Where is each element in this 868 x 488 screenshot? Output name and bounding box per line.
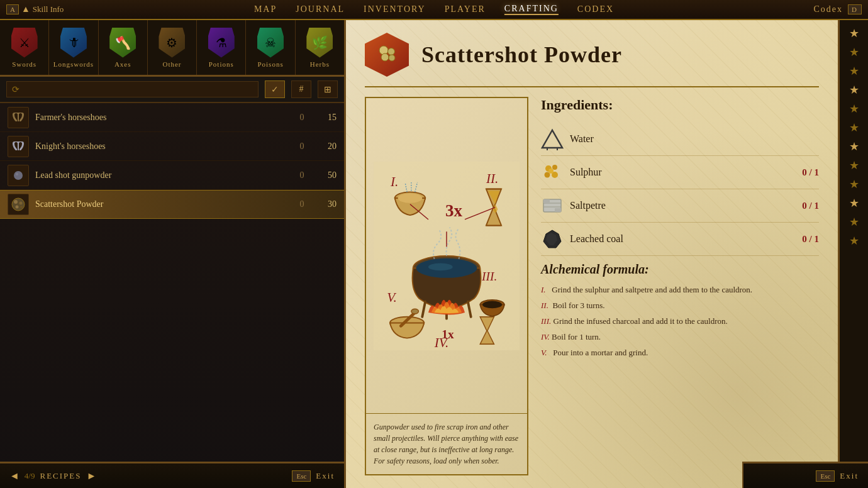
tab-longswords[interactable]: 🗡 Longswords [49, 20, 98, 75]
ingredient-count-sulphur: 0 / 1 [802, 167, 819, 178]
recipe-title-area: Scattershot Powder [365, 33, 819, 87]
recipe-content: I. II. [365, 97, 819, 475]
ingredients-panel: Ingredients: Water [541, 97, 819, 475]
skill-info-icon: ▲ [21, 4, 30, 14]
global-exit-button[interactable]: Exit [840, 471, 859, 481]
formula-step-2: II. Boil for 3 turns. [541, 299, 819, 313]
svg-point-8 [388, 48, 395, 55]
category-tabs: ⚔ Swords 🗡 Longswords 🪓 Axes ⚙ Other ⚗ P… [0, 20, 344, 77]
svg-point-3 [14, 200, 18, 204]
top-navigation: A ▲ Skill Info MAP JOURNAL INVENTORY PLA… [0, 0, 868, 20]
tab-other-label: Other [162, 60, 181, 68]
svg-point-10 [389, 55, 395, 61]
recipe-item-knights-horseshoes[interactable]: Knight's horseshoes 0 20 [0, 132, 344, 161]
deco-star-4: ★ [849, 83, 859, 97]
svg-text:I.: I. [390, 174, 398, 189]
filter-grid-button[interactable]: ⊞ [318, 80, 338, 98]
svg-point-34 [411, 309, 419, 314]
tab-potions[interactable]: ⚗ Potions [197, 20, 246, 75]
nav-codex[interactable]: CODEX [577, 4, 614, 14]
svg-point-4 [19, 202, 23, 205]
recipes-nav: ◄ 4/9 RECIPES ► [9, 470, 96, 482]
tab-axes[interactable]: 🪓 Axes [99, 20, 148, 75]
other-icon: ⚙ [166, 35, 177, 50]
recipe-name-scattershot: Scattershot Powder [35, 199, 286, 209]
ingredient-name-leached-coal: Leached coal [570, 233, 796, 245]
exit-button[interactable]: Exit [316, 471, 335, 481]
nav-map[interactable]: MAP [254, 4, 277, 14]
svg-point-40 [482, 301, 502, 308]
recipe-illustration: I. II. [365, 97, 528, 475]
illustration-svg: I. II. [372, 162, 521, 350]
nav-right: Codex D [813, 4, 862, 14]
tab-axes-label: Axes [114, 60, 131, 68]
nav-crafting[interactable]: CRAFTING [504, 4, 559, 15]
formula-title: Alchemical formula: [541, 262, 819, 277]
longswords-icon: 🗡 [67, 35, 80, 50]
tab-poisons[interactable]: ☠ Poisons [246, 20, 295, 75]
grid-icon: ⊞ [324, 84, 331, 95]
svg-text:III.: III. [481, 269, 497, 282]
svg-point-14 [398, 193, 423, 202]
svg-rect-54 [555, 208, 561, 212]
deco-star-11: ★ [849, 215, 859, 229]
tab-swords[interactable]: ⚔ Swords [0, 20, 49, 75]
nav-journal[interactable]: JOURNAL [296, 4, 345, 14]
sulphur-icon [541, 161, 564, 184]
recipe-count-farmers: 0 [292, 113, 311, 123]
next-recipe-button[interactable]: ► [86, 470, 96, 482]
formula-steps: I. Grind the sulphur and saltpetre and a… [541, 283, 819, 360]
ingredient-count-leached-coal: 0 / 1 [802, 234, 819, 245]
ingredient-leached-coal: Leached coal 0 / 1 [541, 223, 819, 256]
svg-text:3x: 3x [445, 201, 463, 220]
nav-inventory[interactable]: INVENTORY [364, 4, 426, 14]
recipe-item-lead-shot[interactable]: Lead shot gunpowder 0 50 [0, 161, 344, 190]
recipe-item-farmers-horseshoes[interactable]: Farmer's horseshoes 0 15 [0, 103, 344, 132]
recipe-count-scattershot: 0 [292, 199, 311, 209]
ingredient-water: Water [541, 123, 819, 156]
nav-center: MAP JOURNAL INVENTORY PLAYER CRAFTING CO… [254, 4, 614, 15]
herbs-icon: 🌿 [312, 35, 328, 50]
recipe-max-farmers: 15 [318, 113, 337, 123]
deco-star-1: ★ [849, 26, 859, 40]
deco-star-6: ★ [849, 121, 859, 135]
prev-recipe-button[interactable]: ◄ [9, 470, 19, 482]
recipe-detail: Scattershot Powder I. [346, 20, 838, 488]
recipe-icon-knights [8, 136, 29, 157]
tab-herbs[interactable]: 🌿 Herbs [296, 20, 344, 75]
codex-label[interactable]: Codex [813, 4, 843, 14]
bottom-bar: ◄ 4/9 RECIPES ► Esc Exit [0, 462, 344, 488]
tab-other[interactable]: ⚙ Other [148, 20, 197, 75]
recipe-item-scattershot[interactable]: Scattershot Powder 0 30 [0, 190, 344, 219]
svg-point-1 [16, 173, 18, 175]
deco-star-8: ★ [849, 158, 859, 172]
recipe-list[interactable]: Farmer's horseshoes 0 15 Knight's horses… [0, 103, 344, 488]
formula-step-1: I. Grind the sulphur and saltpetre and a… [541, 283, 819, 297]
svg-text:V.: V. [387, 289, 397, 304]
recipe-count-knights: 0 [292, 141, 311, 152]
svg-marker-42 [542, 130, 562, 148]
deco-star-2: ★ [849, 45, 859, 59]
deco-star-5: ★ [849, 102, 859, 116]
key-d: D [848, 4, 862, 14]
svg-point-27 [428, 263, 453, 270]
search-input[interactable]: ⟳ [6, 81, 259, 97]
filter-checkmark-button[interactable]: ✓ [265, 80, 285, 98]
ingredient-count-saltpetre: 0 / 1 [802, 201, 819, 211]
svg-point-47 [545, 172, 550, 178]
svg-point-0 [14, 171, 23, 180]
saltpetre-icon [541, 194, 564, 217]
formula-step-4: IV. Boil for 1 turn. [541, 330, 819, 344]
recipe-icon-scattershot [8, 194, 29, 215]
filter-hash-button[interactable]: # [291, 80, 311, 98]
nav-player[interactable]: PLAYER [445, 4, 486, 14]
poisons-icon: ☠ [265, 35, 276, 50]
recipe-title-icon [365, 33, 409, 77]
potions-icon: ⚗ [216, 35, 227, 50]
recipe-max-knights: 20 [318, 141, 337, 152]
formula-step-5: V. Pour into a mortar and grind. [541, 346, 819, 360]
recipe-max-lead-shot: 50 [318, 170, 337, 180]
recipe-name-farmers: Farmer's horseshoes [35, 113, 286, 123]
recipe-icon-farmers [8, 107, 29, 128]
illustration-drawing: I. II. [366, 98, 527, 413]
